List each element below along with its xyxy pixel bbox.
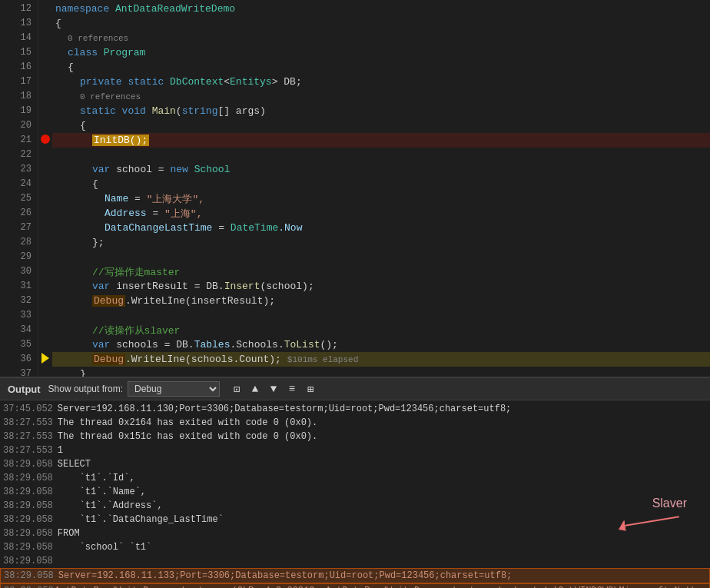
- gutter-row: [38, 307, 52, 321]
- breakpoint-indicator: [41, 135, 50, 144]
- output-text: `t1`.`Name`,: [58, 485, 146, 499]
- current-line-arrow: [41, 353, 49, 364]
- output-line: 38:29.058SELECT: [0, 457, 710, 471]
- token: 0 references: [68, 34, 128, 43]
- token: {: [55, 18, 61, 29]
- token: static: [128, 76, 170, 88]
- token: =: [218, 222, 231, 234]
- token: .WriteLIne(schools.Count);: [125, 354, 281, 365]
- toolbar-icon-2[interactable]: ▲: [247, 381, 263, 397]
- gutter-row: [38, 161, 52, 175]
- token: InitDB();: [92, 135, 149, 146]
- code-line: [52, 250, 710, 264]
- output-timestamp: 38:29.058: [3, 513, 53, 527]
- token: Entitys: [230, 76, 272, 88]
- line-number: 34: [6, 323, 32, 337]
- gutter-row: [38, 248, 52, 263]
- token: =: [134, 193, 147, 204]
- token: insertResult: [116, 281, 194, 292]
- output-text: AntDataReadWriteDemo.vshost.exe (CLR v4.…: [55, 584, 710, 588]
- output-line: 38:29.058: [0, 554, 710, 568]
- output-timestamp: 38:29.058: [3, 554, 53, 568]
- output-text: FROM: [58, 527, 80, 540]
- line-numbers: 1213141516171819202122232425262728293031…: [0, 0, 38, 377]
- line-number: 31: [6, 279, 32, 294]
- output-source-dropdown[interactable]: Debug Build: [128, 381, 220, 397]
- toolbar-icon-3[interactable]: ▼: [266, 381, 281, 397]
- gutter-row: [38, 58, 52, 73]
- gutter-row: [38, 277, 52, 292]
- gutter-row: [38, 204, 52, 219]
- output-line: 37:45.052Server=192.168.11.130;Port=3306…: [0, 402, 710, 416]
- output-timestamp: 38:29.058: [3, 471, 53, 485]
- token: var: [92, 339, 116, 350]
- output-timestamp: 38:29.058: [3, 499, 53, 513]
- token: //写操作走master: [92, 265, 180, 279]
- toolbar-icon-4[interactable]: ≡: [284, 381, 300, 397]
- code-line: var school = new School: [52, 162, 710, 177]
- token: = DB.: [194, 281, 224, 292]
- gutter-row: [38, 321, 52, 336]
- token: =: [152, 208, 164, 219]
- output-timestamp: 38:29.058: [4, 569, 54, 583]
- code-line: //读操作从slaver: [52, 323, 710, 337]
- gutter-row: [38, 146, 52, 161]
- gutter-row: [38, 73, 52, 88]
- line-number: 28: [6, 235, 32, 250]
- code-line: {: [52, 118, 710, 133]
- line-number: 26: [6, 206, 32, 221]
- code-line: {: [52, 60, 710, 75]
- gutter-row: [38, 336, 52, 350]
- gutter-row: [38, 15, 52, 29]
- gutter-row: [38, 29, 52, 44]
- line-number: 19: [6, 104, 32, 118]
- output-text: The thread 0x2164 has exited with code 0…: [58, 416, 317, 430]
- code-line: class Program: [52, 45, 710, 60]
- output-text: The thread 0x151c has exited with code 0…: [58, 430, 317, 443]
- output-timestamp: 38:27.553: [3, 430, 53, 443]
- output-line: 38:29.058Server=192.168.11.133;Port=3306…: [0, 568, 710, 583]
- line-number: 32: [6, 294, 32, 308]
- token: var: [92, 281, 116, 292]
- token: 0 references: [80, 92, 141, 101]
- code-line: Name = "上海大学",: [52, 191, 710, 206]
- code-line: Address = "上海",: [52, 206, 710, 221]
- output-toolbar-icons: ⊡ ▲ ▼ ≡ ⊞: [229, 381, 318, 397]
- gutter-row: [38, 219, 52, 234]
- code-editor: 1213141516171819202122232425262728293031…: [0, 0, 710, 377]
- output-line: 38:27.553The thread 0x2164 has exited wi…: [0, 416, 710, 430]
- token: void: [122, 105, 152, 117]
- output-text: SELECT: [58, 457, 91, 471]
- line-number: 20: [6, 118, 32, 133]
- output-line: 38:29.058 `school` `t1`: [0, 540, 710, 554]
- output-timestamp: 38:27.553: [3, 416, 53, 430]
- token: Name: [105, 193, 134, 204]
- gutter-row: [38, 263, 52, 277]
- token: DataChangeLastTime: [105, 222, 218, 234]
- output-text: `t1`.`Id`,: [58, 471, 135, 485]
- token: DateTime: [231, 222, 278, 234]
- token: [] args): [217, 105, 265, 117]
- token: =: [158, 164, 171, 175]
- output-toolbar: Show output from: Debug Build ⊡ ▲ ▼ ≡ ⊞: [48, 381, 702, 397]
- output-title: Output: [8, 384, 41, 395]
- breakpoint-gutter: [38, 0, 52, 377]
- output-timestamp: 38:29.058: [3, 540, 53, 554]
- output-text: `t1`.`DataChange_LastTime`: [58, 513, 224, 527]
- token: class: [68, 47, 104, 58]
- toolbar-icon-5[interactable]: ⊞: [303, 381, 318, 397]
- token: School: [194, 164, 231, 175]
- output-text: Server=192.168.11.133;Port=3306;Database…: [58, 569, 513, 583]
- line-number: 15: [6, 45, 32, 60]
- token: "上海大学",: [147, 192, 204, 206]
- output-panel: Output Show output from: Debug Build ⊡ ▲…: [0, 377, 710, 588]
- token: Program: [104, 47, 146, 58]
- code-line: [52, 148, 710, 162]
- line-number: 22: [6, 148, 32, 162]
- gutter-row: [38, 88, 52, 102]
- output-timestamp: 37:45.052: [3, 402, 53, 416]
- toolbar-icon-1[interactable]: ⊡: [229, 381, 244, 397]
- output-timestamp: 38:29.058: [3, 485, 53, 499]
- output-timestamp: 38:29.058: [3, 527, 53, 540]
- line-number: 37: [6, 367, 32, 377]
